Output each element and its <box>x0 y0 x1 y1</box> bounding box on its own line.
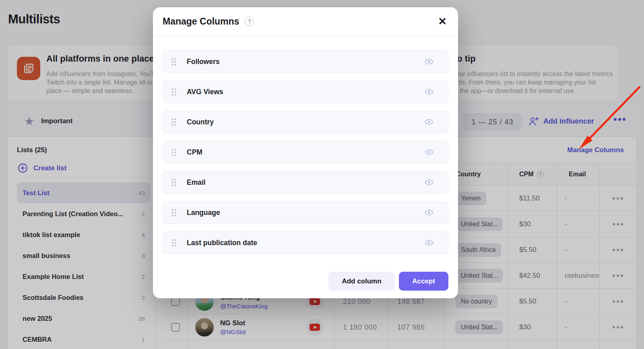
drag-handle-icon[interactable] <box>171 58 176 66</box>
column-item-last-publication-date[interactable]: Last publication date <box>163 231 448 254</box>
drag-handle-icon[interactable] <box>171 148 176 156</box>
manage-columns-modal: Manage Columns ? ✕ Followers AVG Views <box>153 7 458 298</box>
eye-icon[interactable] <box>425 148 433 157</box>
column-label: Last publication date <box>187 239 425 247</box>
columns-list: Followers AVG Views Country <box>163 50 448 254</box>
drag-handle-icon[interactable] <box>171 209 176 217</box>
eye-icon[interactable] <box>425 238 433 247</box>
column-item-cpm[interactable]: CPM <box>163 141 448 163</box>
add-column-button[interactable]: Add column <box>328 272 395 291</box>
column-label: AVG Views <box>187 88 425 96</box>
eye-icon[interactable] <box>425 178 433 187</box>
column-item-language[interactable]: Language <box>163 201 448 224</box>
drag-handle-icon[interactable] <box>171 118 176 126</box>
accept-button[interactable]: Accept <box>399 272 448 291</box>
column-item-avg-views[interactable]: AVG Views <box>163 81 448 103</box>
eye-icon[interactable] <box>425 57 433 66</box>
column-label: CPM <box>187 148 425 157</box>
drag-handle-icon[interactable] <box>171 88 176 96</box>
column-label: Country <box>187 118 425 126</box>
multilists-page: Multilists All platforms in one place Ad… <box>0 0 644 349</box>
eye-icon[interactable] <box>425 118 433 126</box>
drag-handle-icon[interactable] <box>171 178 176 186</box>
column-label: Email <box>187 178 425 187</box>
column-item-followers[interactable]: Followers <box>163 50 448 73</box>
column-item-country[interactable]: Country <box>163 111 448 133</box>
eye-icon[interactable] <box>425 87 433 96</box>
column-item-email[interactable]: Email <box>163 171 448 194</box>
close-icon[interactable]: ✕ <box>438 16 447 27</box>
column-label: Followers <box>187 58 425 66</box>
modal-footer: Add column Accept <box>328 272 448 291</box>
modal-title: Manage Columns <box>163 16 239 27</box>
drag-handle-icon[interactable] <box>171 239 176 247</box>
modal-header: Manage Columns ? ✕ <box>153 7 458 36</box>
column-label: Language <box>187 209 425 217</box>
eye-icon[interactable] <box>425 208 433 217</box>
help-icon[interactable]: ? <box>245 17 254 26</box>
